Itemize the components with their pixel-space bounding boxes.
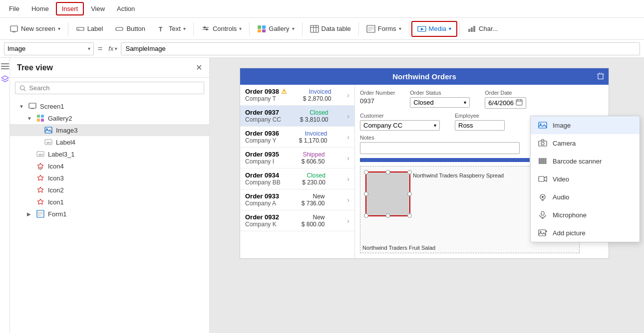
order-status: New — [302, 214, 325, 221]
company-text: Company A — [245, 200, 279, 207]
order-num-text: Order 0934 — [245, 171, 279, 179]
notes-input[interactable] — [360, 142, 520, 154]
media-item-barcode[interactable]: Barcode scanner — [531, 152, 640, 170]
order-row-0933[interactable]: Order 0933 Company A New $ 736.00 › — [240, 189, 354, 210]
menu-action[interactable]: Action — [112, 3, 140, 14]
order-row-0935[interactable]: Order 0935 Company I Shipped $ 606.50 › — [240, 148, 354, 168]
hamburger-icon[interactable] — [0, 62, 9, 71]
button-icon — [115, 24, 124, 33]
svg-rect-39 — [45, 127, 52, 133]
image-node-icon — [44, 126, 53, 135]
svg-rect-12 — [258, 29, 261, 32]
order-row-0932[interactable]: Order 0932 Company K New $ 800.00 › — [240, 210, 354, 231]
order-row-0936[interactable]: Order 0936 Company Y Invoiced $ 1,170.00… — [240, 127, 354, 148]
handle-tr[interactable] — [407, 170, 412, 174]
delete-icon[interactable] — [597, 72, 605, 81]
media-item-audio[interactable]: Audio — [531, 188, 640, 206]
order-status-select[interactable]: Closed ▾ — [410, 97, 470, 108]
employee-field: Employee Ross — [455, 113, 505, 131]
menu-home[interactable]: Home — [26, 3, 54, 14]
tree-item-icon1[interactable]: Icon1 — [10, 196, 209, 208]
handle-bc[interactable] — [386, 213, 390, 218]
media-item-video[interactable]: Video — [531, 170, 640, 188]
tree-item-gallery2[interactable]: ▼ Gallery2 — [10, 112, 209, 124]
toggle-form1[interactable]: ▶ — [27, 211, 34, 217]
tree-item-label4[interactable]: abc Label4 — [10, 136, 209, 148]
menu-view[interactable]: View — [86, 3, 110, 14]
tree-item-screen1[interactable]: ▼ Screen1 — [10, 100, 209, 112]
employee-input[interactable]: Ross — [455, 120, 505, 131]
tree-item-label3-1[interactable]: abc Label3_1 — [10, 148, 209, 160]
image-caption: Northwind Traders Raspberry Spread — [413, 172, 504, 178]
tree-item-image3[interactable]: Image3 — [10, 124, 209, 136]
order-date-input[interactable]: 6/4/2006 — [485, 97, 526, 109]
media-item-label: Audio — [553, 193, 569, 201]
chart-button[interactable]: Char... — [462, 21, 503, 36]
media-chevron: ▾ — [449, 26, 451, 31]
chart-icon — [467, 24, 476, 33]
order-amount: $ 800.00 — [302, 221, 325, 228]
media-icon — [417, 24, 426, 33]
selected-image[interactable] — [365, 171, 410, 216]
tree-item-icon3[interactable]: Icon3 — [10, 172, 209, 184]
handle-mr[interactable] — [407, 192, 412, 196]
icon1-node-icon — [36, 197, 45, 206]
handle-br[interactable] — [407, 213, 412, 218]
toggle-screen1[interactable]: ▼ — [19, 104, 26, 109]
media-item-microphone[interactable]: Microphone — [531, 206, 640, 224]
new-screen-button[interactable]: New screen ▾ — [4, 21, 66, 36]
text-label: Text — [169, 25, 181, 32]
tree-search-box — [15, 82, 204, 94]
menu-file[interactable]: File — [4, 3, 24, 14]
controls-button[interactable]: Controls ▾ — [196, 21, 247, 36]
handle-ml[interactable] — [364, 192, 368, 196]
media-item-camera[interactable]: Camera — [531, 134, 640, 152]
handle-tc[interactable] — [386, 170, 390, 174]
order-row-0934[interactable]: Order 0934 Company BB Closed $ 230.00 › — [240, 168, 354, 189]
layers-icon[interactable] — [0, 75, 9, 84]
select-chevron: ▾ — [464, 100, 466, 105]
handle-tl[interactable] — [364, 170, 368, 174]
svg-rect-36 — [41, 115, 44, 118]
text-button[interactable]: T Text ▾ — [152, 21, 191, 36]
forms-button[interactable]: Forms ▾ — [361, 21, 407, 36]
customer-select[interactable]: Company CC ▾ — [360, 120, 440, 131]
detail-accent-bar — [360, 158, 530, 162]
menu-insert[interactable]: Insert — [56, 2, 84, 15]
media-item-add-picture[interactable]: Add picture — [531, 224, 640, 242]
tree-item-label: Label3_1 — [48, 151, 75, 158]
tree-close-button[interactable]: ✕ — [196, 63, 202, 72]
add-picture-menu-icon — [538, 228, 548, 238]
video-menu-icon — [538, 174, 548, 184]
tree-item-icon2[interactable]: Icon2 — [10, 184, 209, 196]
property-selector[interactable]: Image ▾ — [4, 42, 94, 55]
order-amount: $ 230.00 — [302, 179, 325, 186]
media-button[interactable]: Media ▾ — [411, 21, 457, 37]
toggle-gallery2[interactable]: ▼ — [27, 116, 34, 121]
tree-panel: Tree view ✕ ▼ Screen1 ▼ — [10, 58, 210, 333]
row-chevron: › — [347, 133, 349, 141]
media-item-image[interactable]: Image — [531, 116, 640, 134]
tree-item-icon4[interactable]: +⇄ Icon4 — [10, 160, 209, 172]
order-row-0937[interactable]: Order 0937 Company CC Closed $ 3,810.00 … — [240, 106, 354, 127]
fx-button[interactable]: fx ▾ — [106, 45, 119, 52]
order-num-text: Order 0935 — [245, 151, 279, 158]
tree-item-form1[interactable]: ▶ Form1 — [10, 208, 209, 220]
sep7 — [459, 22, 460, 36]
row-chevron: › — [347, 154, 349, 162]
data-table-button[interactable]: Data table — [305, 21, 356, 36]
label-button[interactable]: A Label — [70, 21, 109, 36]
handle-bl[interactable] — [364, 213, 368, 218]
customer-value: Company CC — [363, 122, 402, 129]
order-row-0938[interactable]: Order 0938 ⚠ Company T Invoiced $ 2,870.… — [240, 85, 354, 106]
media-item-label: Barcode scanner — [553, 158, 602, 165]
tree-item-label: Icon2 — [48, 186, 64, 194]
svg-point-58 — [540, 124, 542, 125]
button-button[interactable]: Button — [109, 21, 151, 36]
sep1 — [68, 22, 68, 36]
svg-point-60 — [541, 142, 544, 145]
media-item-label: Camera — [553, 140, 576, 147]
gallery-button[interactable]: Gallery ▾ — [252, 21, 300, 36]
formula-input[interactable] — [121, 42, 640, 55]
search-input[interactable] — [29, 84, 200, 92]
